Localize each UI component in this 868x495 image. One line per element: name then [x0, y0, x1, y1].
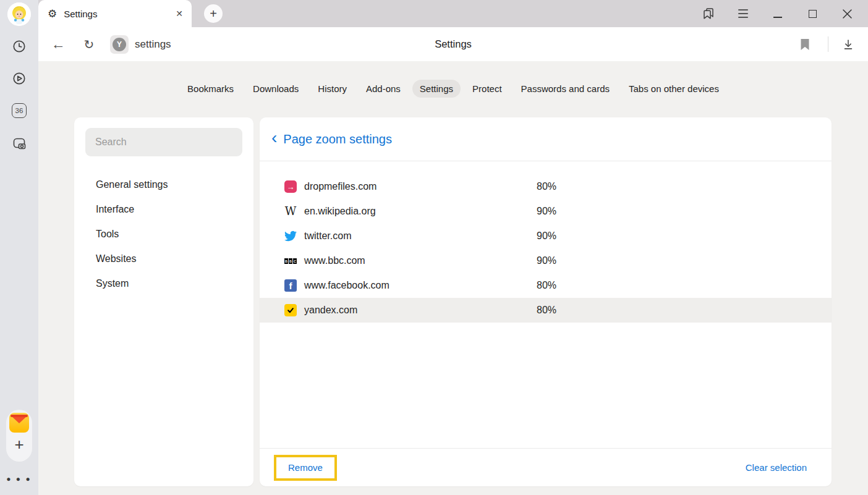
zoom-value: 80% — [537, 174, 556, 199]
downloads-icon[interactable] — [836, 27, 861, 61]
chevron-left-icon: ‹ — [271, 129, 277, 149]
browser-tab-settings[interactable]: ⚙ Settings ✕ — [38, 0, 192, 27]
pinned-apps-pill: + — [6, 410, 32, 462]
zoom-row-bbc[interactable]: BBC www.bbc.com 90% — [260, 248, 832, 273]
zoom-row-wikipedia[interactable]: W en.wikipedia.org 90% — [260, 199, 832, 224]
minimize-button[interactable] — [760, 0, 795, 27]
dropmefiles-favicon: → — [284, 180, 297, 193]
browser-window: 36 + ● ● ● ⚙ Settings ✕ + — [0, 0, 868, 495]
bbc-favicon: BBC — [284, 258, 297, 264]
settings-section-tabs: Bookmarks Downloads History Add-ons Sett… — [38, 80, 868, 98]
menu-icon[interactable] — [726, 0, 760, 27]
tab-counter-badge[interactable]: 36 — [12, 103, 27, 118]
site-domain: dropmefiles.com — [304, 174, 377, 199]
site-domain: twitter.com — [304, 224, 351, 248]
tab-protect[interactable]: Protect — [465, 80, 509, 98]
clear-selection-button[interactable]: Clear selection — [746, 462, 807, 473]
tab-addons[interactable]: Add-ons — [359, 80, 408, 98]
tab-title: Settings — [64, 9, 169, 19]
address-bar[interactable]: Y settings — [110, 27, 171, 61]
tab-history[interactable]: History — [310, 80, 354, 98]
nav-item-interface[interactable]: Interface — [74, 197, 253, 222]
panel-title: Page zoom settings — [283, 132, 392, 146]
nav-item-system[interactable]: System — [74, 271, 253, 296]
tab-bar: ⚙ Settings ✕ + — [38, 0, 868, 27]
zoom-value: 90% — [537, 248, 556, 273]
browser-side-rail: 36 + ● ● ● — [0, 0, 38, 495]
twitter-favicon — [284, 230, 297, 242]
zoom-row-twitter[interactable]: twitter.com 90% — [260, 224, 832, 248]
bookmark-flag-icon[interactable] — [794, 27, 816, 61]
zoom-row-yandex-selected[interactable]: yandex.com 80% — [260, 298, 832, 323]
nav-item-general[interactable]: General settings — [74, 172, 253, 197]
settings-nav-list: General settings Interface Tools Website… — [74, 172, 253, 296]
zoom-site-list: → dropmefiles.com 80% W en.wikipedia.org… — [260, 174, 832, 323]
nav-item-websites[interactable]: Websites — [74, 247, 253, 271]
back-button[interactable]: ← — [46, 27, 70, 61]
zoom-value: 90% — [537, 224, 556, 248]
toolbar-divider — [828, 36, 828, 52]
zoom-value: 80% — [537, 273, 556, 298]
zoom-row-facebook[interactable]: f www.facebook.com 80% — [260, 273, 832, 298]
add-app-icon[interactable]: + — [14, 435, 23, 454]
close-window-button[interactable] — [830, 0, 864, 27]
tab-close-icon[interactable]: ✕ — [176, 9, 183, 19]
url-text: settings — [135, 38, 171, 51]
bookmarks-panel-icon[interactable] — [691, 0, 726, 27]
zoom-row-dropmefiles[interactable]: → dropmefiles.com 80% — [260, 174, 832, 199]
zoom-value: 80% — [537, 298, 556, 323]
maximize-button[interactable] — [795, 0, 830, 27]
remove-highlight-box: Remove — [274, 455, 337, 481]
checked-checkbox-icon[interactable] — [284, 304, 297, 316]
navigation-toolbar: Settings ← ↻ Y settings — [38, 27, 868, 61]
gear-icon: ⚙ — [48, 9, 57, 19]
zoom-value: 90% — [537, 199, 556, 224]
new-tab-button[interactable]: + — [204, 4, 223, 23]
tab-passwords[interactable]: Passwords and cards — [514, 80, 617, 98]
site-domain: www.facebook.com — [304, 273, 389, 298]
tab-other-devices[interactable]: Tabs on other devices — [621, 80, 726, 98]
yandex-mail-icon[interactable] — [9, 413, 29, 433]
site-domain: yandex.com — [304, 298, 357, 323]
user-avatar[interactable] — [7, 2, 31, 26]
tab-settings[interactable]: Settings — [412, 80, 461, 98]
settings-nav-panel: General settings Interface Tools Website… — [74, 117, 253, 486]
remove-button[interactable]: Remove — [288, 462, 323, 473]
site-domain: en.wikipedia.org — [304, 199, 376, 224]
site-favicon-y: Y — [110, 35, 129, 54]
panel-footer: Remove Clear selection — [260, 448, 832, 486]
avatar-illustration — [7, 2, 31, 26]
rail-more-icon[interactable]: ● ● ● — [0, 475, 38, 483]
wikipedia-favicon: W — [284, 205, 297, 218]
media-play-icon[interactable] — [12, 71, 27, 86]
panel-header-back[interactable]: ‹ Page zoom settings — [260, 117, 832, 161]
reload-button[interactable]: ↻ — [77, 27, 101, 61]
page-zoom-panel: ‹ Page zoom settings → dropmefiles.com 8… — [260, 117, 832, 486]
search-input[interactable] — [85, 128, 242, 156]
nav-item-tools[interactable]: Tools — [74, 222, 253, 247]
history-icon[interactable] — [12, 39, 27, 54]
window-controls — [691, 0, 864, 27]
facebook-favicon: f — [284, 279, 297, 292]
tab-downloads[interactable]: Downloads — [245, 80, 306, 98]
screenshot-icon[interactable] — [12, 136, 27, 151]
tab-bookmarks[interactable]: Bookmarks — [180, 80, 241, 98]
site-domain: www.bbc.com — [304, 248, 365, 273]
